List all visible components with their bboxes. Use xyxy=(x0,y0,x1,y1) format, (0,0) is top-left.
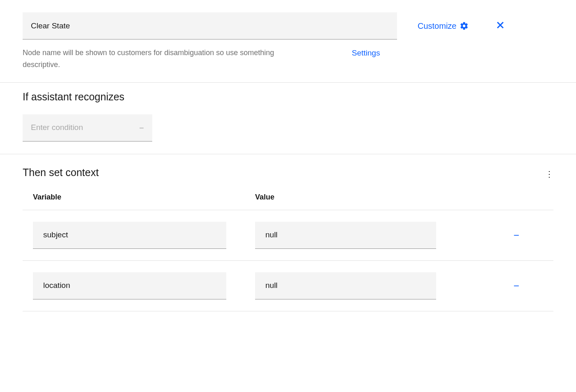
value-input[interactable] xyxy=(255,222,436,249)
helper-text: Node name will be shown to customers for… xyxy=(23,47,302,71)
close-icon xyxy=(497,21,504,29)
header-value: Value xyxy=(255,193,453,202)
customize-button[interactable]: Customize xyxy=(418,21,469,31)
variable-input[interactable] xyxy=(33,272,226,299)
customize-label: Customize xyxy=(418,21,456,31)
node-name-input[interactable] xyxy=(23,12,397,39)
table-row: − xyxy=(23,261,553,311)
variable-input[interactable] xyxy=(33,222,226,249)
table-row: − xyxy=(23,210,553,261)
helper-row: Node name will be shown to customers for… xyxy=(0,39,576,83)
remove-row-button[interactable]: − xyxy=(513,280,519,292)
context-headers: Variable Value xyxy=(23,193,553,210)
value-input[interactable] xyxy=(255,272,436,299)
header-row: Customize xyxy=(0,0,576,39)
overflow-menu-button[interactable]: ⋮ xyxy=(545,169,553,179)
gear-icon xyxy=(460,21,469,30)
recognizes-title: If assistant recognizes xyxy=(23,91,553,103)
context-section: Then set context ⋮ Variable Value − xyxy=(0,154,576,315)
condition-input[interactable] xyxy=(23,114,152,141)
header-variable: Variable xyxy=(33,193,243,202)
condition-wrap: − xyxy=(23,114,152,141)
recognizes-section: If assistant recognizes − xyxy=(0,83,576,154)
context-table: Variable Value − − xyxy=(23,193,553,311)
kebab-icon: ⋮ xyxy=(545,169,553,179)
dialog-node-editor: Customize Node name will be shown to cus… xyxy=(0,0,576,315)
settings-link[interactable]: Settings xyxy=(352,49,380,58)
remove-row-button[interactable]: − xyxy=(513,230,519,241)
close-button[interactable] xyxy=(493,17,507,35)
minus-icon: − xyxy=(513,280,519,291)
context-title: Then set context xyxy=(23,167,553,179)
minus-icon: − xyxy=(513,230,519,241)
